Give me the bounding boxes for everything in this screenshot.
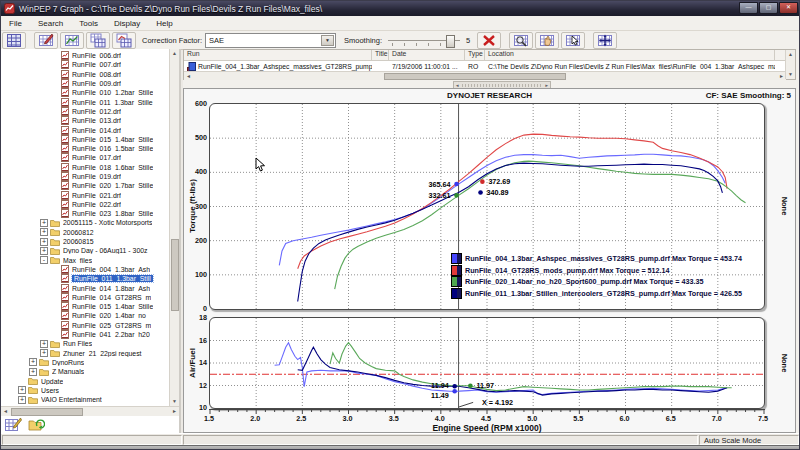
menu-tools[interactable]: Tools (71, 16, 106, 30)
tree-item-runfile-023-1-8bar-stille[interactable]: RunFile_023_1.8bar_Stille (1, 209, 169, 218)
expand-icon[interactable]: + (29, 358, 37, 366)
tree-item-runfile-014-gt28rs-m[interactable]: RunFile_014_GT28RS_m (1, 293, 169, 302)
menu-file[interactable]: File (1, 16, 30, 30)
expand-icon[interactable]: + (40, 349, 48, 357)
tree-item-20060812[interactable]: +20060812 (1, 228, 169, 237)
tree-item-runfile-020-1-7bar-stille[interactable]: RunFile_020_1.7bar_Stille (1, 181, 169, 190)
graph-overlay-icon[interactable] (86, 32, 110, 49)
graph-line-icon[interactable] (60, 32, 84, 49)
expand-icon[interactable]: + (40, 247, 48, 255)
new-graph-icon[interactable] (5, 417, 22, 432)
scroll-left-icon[interactable]: ◄ (184, 72, 193, 81)
scroll-up-icon[interactable]: ▲ (170, 49, 179, 58)
tree-item-20060815[interactable]: +20060815 (1, 237, 169, 246)
tree-item-runfile-009-drf[interactable]: RunFile_009.drf (1, 79, 169, 88)
zoom-graph-icon[interactable] (509, 32, 533, 49)
tree-item-runfile-010-1-2bar-stille[interactable]: RunFile_010_1.2bar_Stille (1, 88, 169, 97)
tree-item-z-manuals[interactable]: +Z Manuals (1, 367, 169, 376)
expand-icon[interactable]: + (18, 396, 26, 404)
runfile-icon (61, 98, 69, 107)
pan-graph-icon[interactable] (535, 32, 559, 49)
torque-plot[interactable]: RunFile_004_1.3bar_Ashspec_massives_GT28… (209, 103, 765, 310)
scroll-down-icon[interactable]: ▼ (170, 397, 179, 406)
smoothing-slider-thumb[interactable] (446, 35, 455, 48)
expand-icon[interactable]: + (40, 228, 48, 236)
tree-vscroll-thumb[interactable] (171, 239, 179, 311)
tree-item-runfile-025-gt28rs-m[interactable]: RunFile_025_GT28RS_m (1, 321, 169, 330)
tree-item-label: RunFile_016_1.5bar_Stille (72, 145, 153, 152)
tree-item-update[interactable]: Update (1, 376, 169, 385)
smoothing-slider[interactable] (386, 34, 462, 47)
expand-icon[interactable]: + (29, 368, 37, 376)
tree-item-runfile-016-1-5bar-stille[interactable]: RunFile_016_1.5bar_Stille (1, 144, 169, 153)
column-header-run[interactable]: Run (184, 50, 372, 60)
menu-help[interactable]: Help (148, 16, 180, 30)
expand-icon[interactable]: + (18, 386, 26, 394)
tree-item-runfile-013-drf[interactable]: RunFile_013.drf (1, 116, 169, 125)
scroll-down-icon[interactable]: ▼ (786, 70, 795, 79)
maximize-button[interactable]: ▢ (759, 2, 778, 14)
delete-run-icon[interactable] (477, 32, 501, 49)
run-list-horizontal-scrollbar[interactable]: ◄ ► (184, 71, 786, 80)
report-grid-icon[interactable] (2, 32, 26, 49)
expand-icon[interactable]: + (40, 219, 48, 227)
menu-display[interactable]: Display (106, 16, 148, 30)
column-header-location[interactable]: Location (485, 50, 775, 60)
minimize-button[interactable]: — (739, 2, 758, 14)
tree-item-runfile-011-1-3bar-stille[interactable]: RunFile_011_1.3bar_Stille (1, 97, 169, 106)
tree-item-runfile-041-2-2bar-h20[interactable]: RunFile_041_2.2bar_h20 (1, 330, 169, 339)
pointer-graph-icon[interactable] (561, 32, 585, 49)
tree-item-runfile-017-drf[interactable]: RunFile_017.drf (1, 153, 169, 162)
tree-hscroll-thumb[interactable] (11, 408, 83, 416)
graph-edit-icon[interactable] (34, 32, 58, 49)
tree-item-dyno-day-06aug11-300z[interactable]: +Dyno Day - 06Aug11 - 300z (1, 246, 169, 255)
tree-item-runfile-014-1-8bar-ash[interactable]: RunFile_014_1.8bar_Ash (1, 283, 169, 292)
tree-item-runfile-011-1-3bar-still[interactable]: RunFile_011_1.3bar_Still (1, 274, 169, 283)
status-cell-middle (183, 435, 698, 445)
move-axes-icon[interactable] (593, 32, 617, 49)
runfile-icon (61, 107, 69, 116)
tree-item-runfile-006-drf[interactable]: RunFile_006.drf (1, 51, 169, 60)
tree-item-label: RunFile_011_1.3bar_Stille (72, 99, 153, 106)
scroll-left-icon[interactable]: ◄ (1, 407, 10, 416)
runlist-hscroll-thumb[interactable] (384, 73, 566, 80)
tree-item-zhuner-21-22psi-request[interactable]: +Zhuner_21_22psi request (1, 349, 169, 358)
collapse-icon[interactable]: - (40, 256, 48, 264)
tree-item-runfile-012-drf[interactable]: RunFile_012.drf (1, 107, 169, 116)
tree-item-runfile-014-drf[interactable]: RunFile_014.drf (1, 125, 169, 134)
chevron-down-icon[interactable]: ▼ (321, 35, 334, 46)
run-list-vertical-scrollbar[interactable]: ▲ ▼ (785, 50, 795, 79)
tree-item-run-files[interactable]: +Run Files (1, 339, 169, 348)
tree-item-runfile-020-1-4bar-no-[interactable]: RunFile_020_1.4bar_no_ (1, 311, 169, 320)
tree-item-20051115-xotic-motorsports[interactable]: +20051115 - Xotic Motorsports (1, 218, 169, 227)
close-button[interactable]: ✕ (779, 2, 798, 14)
tree-item-dynoruns[interactable]: +DynoRuns (1, 358, 169, 367)
tree-item-runfile-004-1-3bar-ash[interactable]: RunFile_004_1.3bar_Ash (1, 265, 169, 274)
tree-item-max-files[interactable]: -Max_files (1, 256, 169, 265)
tree-item-runfile-022-drf[interactable]: RunFile_022.drf (1, 200, 169, 209)
expand-icon[interactable]: + (40, 340, 48, 348)
column-header-date[interactable]: Date (389, 50, 465, 60)
correction-factor-select[interactable]: SAE ▼ (205, 33, 336, 48)
tree-item-runfile-019-drf[interactable]: RunFile_019.drf (1, 172, 169, 181)
menu-search[interactable]: Search (30, 16, 71, 30)
airfuel-plot[interactable]: 11.9411.4911.97X = 4.192 (209, 317, 765, 409)
title-bar[interactable]: WinPEP 7 Graph - C:\The Devils Z\Dyno Ru… (1, 1, 800, 16)
graph-overlay2-icon[interactable] (112, 32, 136, 49)
tree-vertical-scrollbar[interactable]: ▲ ▼ (169, 49, 179, 406)
tree-item-vaio-entertainment[interactable]: +VAIO Entertainment (1, 395, 169, 404)
tree-item-runfile-015-1-4bar-stille[interactable]: RunFile_015_1.4bar_Stille (1, 135, 169, 144)
tree-item-users[interactable]: +Users (1, 386, 169, 395)
column-header-type[interactable]: Type (465, 50, 485, 60)
tree-item-runfile-021-drf[interactable]: RunFile_021.drf (1, 190, 169, 199)
expand-icon[interactable]: + (40, 238, 48, 246)
tree-horizontal-scrollbar[interactable]: ◄ ► (1, 406, 179, 416)
explore-runs-icon[interactable] (28, 417, 45, 432)
tree-item-runfile-008-drf[interactable]: RunFile_008.drf (1, 70, 169, 79)
tree-item-runfile-015-1-4bar-stille[interactable]: RunFile_015_1.4bar_Stille (1, 302, 169, 311)
tree-item-runfile-007-drf[interactable]: RunFile_007.drf (1, 60, 169, 69)
scroll-up-icon[interactable]: ▲ (786, 50, 795, 59)
column-header-title[interactable]: Title (372, 50, 389, 60)
scroll-right-icon[interactable]: ► (170, 407, 179, 416)
tree-item-runfile-018-1-6bar-stille[interactable]: RunFile_018_1.6bar_Stille (1, 163, 169, 172)
